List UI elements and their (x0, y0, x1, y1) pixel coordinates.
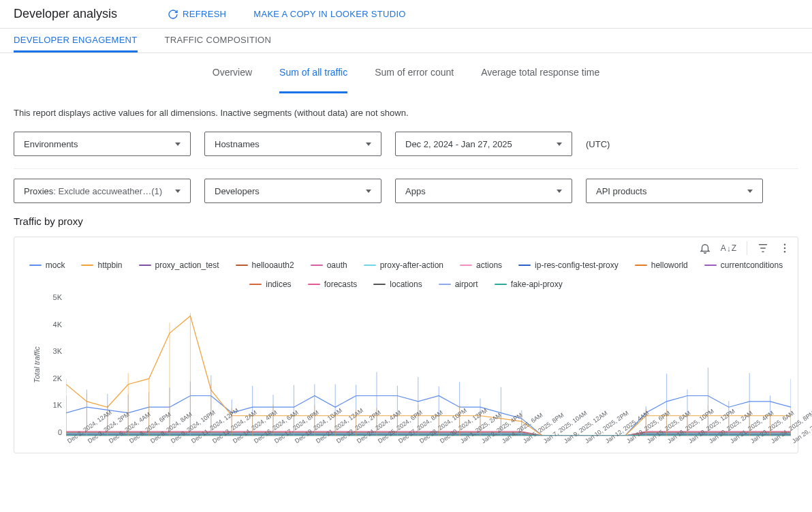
svg-point-1 (784, 247, 786, 250)
utc-label: (UTC) (586, 139, 610, 149)
subtab-sum-traffic[interactable]: Sum of all traffic (279, 53, 347, 93)
filter-icon[interactable] (757, 242, 769, 254)
divider (14, 168, 798, 169)
y-tick: 5K (53, 293, 62, 301)
legend-label: indices (266, 280, 291, 289)
subtab-sum-error[interactable]: Sum of error count (375, 53, 454, 93)
legend-item[interactable]: ip-res-config-test-proxy (518, 260, 619, 270)
hostnames-dropdown[interactable]: Hostnames (204, 132, 381, 156)
subtab-overview[interactable]: Overview (213, 53, 252, 93)
x-tick: Dec 30, 2024, 12PM (439, 439, 443, 445)
y-tick: 0 (58, 428, 62, 436)
caret-down-icon (175, 142, 181, 146)
x-tick: Dec 3, 2024, 2PM (87, 439, 91, 445)
caret-down-icon (747, 190, 753, 193)
daterange-label: Dec 2, 2024 - Jan 27, 2025 (405, 139, 512, 149)
daterange-dropdown[interactable]: Dec 2, 2024 - Jan 27, 2025 (395, 132, 572, 156)
sort-az-icon[interactable]: A↓Z (721, 243, 737, 253)
proxies-dropdown[interactable]: Proxies: Exclude accuweather…(1) (14, 179, 191, 203)
environments-dropdown[interactable]: Environments (14, 132, 191, 156)
notification-icon[interactable] (699, 242, 711, 254)
filter-row-1: Environments Hostnames Dec 2, 2024 - Jan… (14, 132, 798, 156)
legend-item[interactable]: proxy_action_test (139, 260, 219, 270)
legend-label: airport (455, 280, 478, 289)
legend-item[interactable]: proxy-after-action (364, 260, 443, 270)
hostnames-label: Hostnames (215, 139, 260, 149)
refresh-icon (168, 9, 178, 20)
y-axis: 5K4K3K2K1K0 (42, 293, 66, 436)
legend-item[interactable]: forecasts (308, 280, 358, 289)
legend-label: actions (476, 260, 502, 270)
legend-item[interactable]: mock (29, 260, 65, 270)
y-tick: 3K (53, 347, 62, 355)
x-tick: Dec 5, 2024, 4AM (108, 439, 112, 445)
toolbar-separator (747, 241, 747, 255)
legend-label: locations (390, 280, 422, 289)
x-tick: Dec 24, 2024, 4AM (356, 439, 360, 445)
x-tick: Dec 27, 2024, 8AM (397, 439, 401, 445)
api-products-label: API products (596, 186, 646, 196)
legend-swatch (308, 284, 320, 285)
legend-label: currentconditions (721, 260, 783, 270)
copy-looker-button[interactable]: MAKE A COPY IN LOOKER STUDIO (249, 8, 409, 20)
x-tick: Jan 5, 2025, 8PM (522, 439, 526, 445)
x-tick: Dec 13, 2024, 2AM (211, 439, 215, 445)
tab-traffic-comp[interactable]: TRAFFIC COMPOSITION (165, 29, 272, 52)
api-products-dropdown[interactable]: API products (586, 179, 763, 203)
x-tick: Jan 1, 2025, 2AM (459, 439, 463, 445)
legend-item[interactable]: actions (460, 260, 502, 270)
x-tick: Jan 15, 2025, 8AM (646, 439, 650, 445)
legend-swatch (249, 284, 262, 285)
legend-item[interactable]: helloworld (635, 260, 688, 270)
svg-point-0 (784, 243, 786, 245)
legend-label: proxy-after-action (380, 260, 443, 270)
x-tick: Jan 24, 2025, 8PM (770, 439, 774, 445)
x-tick: Jan 4, 2025, 6AM (501, 439, 505, 445)
legend-swatch (81, 265, 93, 266)
x-tick: Jan 13, 2025, 6PM (625, 439, 629, 445)
legend-item[interactable]: oauth (311, 260, 347, 270)
apps-dropdown[interactable]: Apps (395, 179, 572, 203)
filter-row-2: Proxies: Exclude accuweather…(1) Develop… (14, 179, 798, 203)
x-tick: Dec 9, 2024, 10PM (170, 439, 174, 445)
y-tick: 4K (53, 320, 62, 329)
x-tick: Dec 14, 2024, 4PM (232, 439, 236, 445)
x-tick: Jan 2, 2025, 4PM (480, 439, 484, 445)
legend-item[interactable]: currentconditions (704, 260, 783, 270)
developers-dropdown[interactable]: Developers (204, 179, 381, 203)
legend-item[interactable]: indices (249, 280, 291, 289)
refresh-button[interactable]: REFRESH (163, 8, 230, 20)
subtab-avg-response[interactable]: Average total response time (481, 53, 599, 93)
x-tick: Jan 12, 2025, 4AM (604, 439, 608, 445)
x-tick: Jan 26, 2025, 10AM (791, 439, 795, 445)
legend-item[interactable]: hellooauth2 (236, 260, 294, 270)
developers-label: Developers (215, 186, 260, 196)
legend-swatch (373, 284, 386, 285)
legend-item[interactable]: locations (373, 280, 422, 289)
x-tick: Jan 9, 2025, 12AM (563, 439, 567, 445)
x-tick: Jan 20, 2025, 2AM (708, 439, 712, 445)
legend-swatch (364, 265, 376, 266)
legend-swatch (29, 265, 42, 266)
legend-swatch (139, 265, 151, 266)
legend-label: oauth (327, 260, 347, 270)
section-title: Traffic by proxy (14, 215, 798, 227)
more-vert-icon[interactable] (779, 242, 791, 254)
x-tick: Jan 21, 2025, 4PM (729, 439, 733, 445)
x-tick: Dec 21, 2024, 12AM (315, 439, 319, 445)
legend-label: proxy_action_test (155, 260, 219, 270)
legend-swatch (236, 265, 248, 266)
x-tick: Dec 6, 2024, 6PM (128, 439, 132, 445)
x-tick: Jan 23, 2025, 6AM (749, 439, 753, 445)
legend-swatch (704, 265, 717, 266)
tab-dev-engagement[interactable]: DEVELOPER ENGAGEMENT (14, 29, 138, 52)
x-axis: Dec 2, 2024, 12AMDec 3, 2024, 2PMDec 5, … (14, 436, 798, 453)
caret-down-icon (557, 142, 562, 146)
legend-item[interactable]: httpbin (81, 260, 122, 270)
x-tick: Dec 11, 2024, 12PM (190, 439, 194, 445)
chart-toolbar: A↓Z (699, 241, 791, 255)
proxies-label: Proxies: Exclude accuweather…(1) (24, 186, 162, 196)
legend-item[interactable]: fake-api-proxy (495, 280, 563, 289)
x-tick: Jan 16, 2025, 10PM (666, 439, 670, 445)
legend-item[interactable]: airport (439, 280, 478, 289)
